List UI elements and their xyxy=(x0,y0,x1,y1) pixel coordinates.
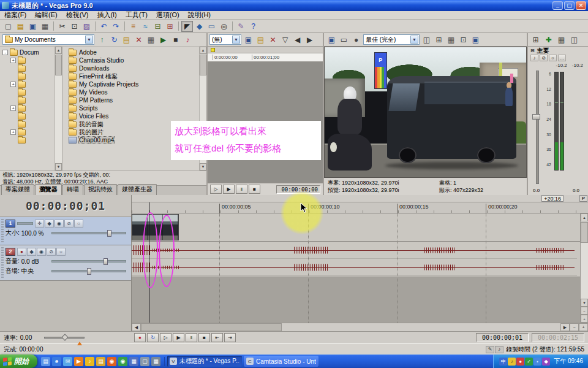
zoom-in-time-icon[interactable]: + xyxy=(579,323,588,331)
mute-icon[interactable]: ⊘ xyxy=(47,248,56,256)
trimmer-marker-icon[interactable] xyxy=(211,48,215,52)
expand-icon[interactable]: + xyxy=(10,105,16,111)
taskbar-clock[interactable]: 下午 09:46 xyxy=(554,357,583,366)
menu-item[interactable]: 說明(H) xyxy=(184,10,215,20)
rate-thumb[interactable] xyxy=(61,334,68,340)
dock-tab[interactable]: 轉場 xyxy=(62,184,83,195)
network-icon[interactable]: ▪ xyxy=(533,358,541,366)
scroll-up-icon[interactable]: ▲ xyxy=(581,213,588,221)
up-one-level-icon[interactable]: ↑ xyxy=(96,34,108,45)
pan-slider[interactable] xyxy=(51,270,126,272)
start-preview-icon[interactable]: ▶ xyxy=(157,34,169,45)
expand-icon[interactable]: + xyxy=(10,58,16,63)
record-button[interactable]: ● xyxy=(134,333,146,342)
folder-item[interactable]: Camtasia Studio xyxy=(69,56,199,64)
notepad-icon[interactable]: ▢ xyxy=(140,357,149,366)
lock-envelopes-icon[interactable]: ⊟ xyxy=(152,21,164,32)
volume-icon[interactable]: ♪ xyxy=(508,358,516,366)
add-media-marker-icon[interactable]: ▽ xyxy=(279,34,291,45)
collapse-icon[interactable]: ⊟ xyxy=(530,48,535,53)
scheduler-icon[interactable]: ◆ xyxy=(542,358,550,366)
track-number[interactable]: 1 xyxy=(6,220,15,228)
play-from-start-button[interactable]: ▷ xyxy=(210,185,222,194)
tree-folder-item[interactable]: + xyxy=(2,128,55,136)
trimmer-marker-bar[interactable] xyxy=(208,47,323,53)
copy-snapshot-icon[interactable]: ⊡ xyxy=(458,34,469,45)
new-project-icon[interactable]: ▢ xyxy=(2,21,14,32)
ime-language-icon[interactable]: 中 xyxy=(499,358,507,366)
solo-icon[interactable]: ○ xyxy=(74,220,83,228)
master-bus-header[interactable]: ⊟ 主要 xyxy=(528,47,588,55)
taskbar-task-button[interactable]: CCamtasia Studio - Unti... xyxy=(244,356,318,367)
scroll-thumb[interactable] xyxy=(200,55,206,75)
selection-start-timecode[interactable]: 00:00:00;01 xyxy=(476,333,529,342)
play-button[interactable]: ▶ xyxy=(173,333,184,342)
dock-tab[interactable]: 專案媒體 xyxy=(1,184,34,195)
external-monitor-icon[interactable]: ▭ xyxy=(338,34,350,45)
delete-icon[interactable]: ✕ xyxy=(133,34,145,45)
video-track-header[interactable]: 1 ✛◆◉⊘○ 大小: 100.0 % xyxy=(0,217,131,245)
tree-folder-item[interactable]: + xyxy=(2,80,55,88)
bus-fx-icon[interactable]: … xyxy=(558,55,566,61)
scroll-thumb[interactable] xyxy=(55,55,62,75)
trimmer-history-dropdown[interactable]: (無) ▼ xyxy=(209,34,241,45)
winamp-icon[interactable]: ♪ xyxy=(85,357,94,366)
mute-icon[interactable]: ⊘ xyxy=(64,220,74,228)
bus-mute-icon[interactable]: ⊘ xyxy=(540,55,548,61)
insert-assignable-fx-icon[interactable]: ✚ xyxy=(543,34,554,45)
new-folder-icon[interactable]: ▤ xyxy=(121,34,132,45)
master-fader[interactable] xyxy=(532,69,541,188)
tree-folder-item[interactable]: + xyxy=(2,56,55,64)
menu-item[interactable]: 檢視(V) xyxy=(62,10,93,20)
address-dropdown[interactable]: My Documents ▼ xyxy=(2,34,94,45)
zoom-in-track-icon[interactable]: + xyxy=(581,315,588,323)
folder-item[interactable]: PM Patterns xyxy=(69,96,199,104)
folder-item[interactable]: Downloads xyxy=(69,64,199,72)
dock-tab[interactable]: 視訊特效 xyxy=(84,184,117,195)
camtasia-recorder-icon[interactable]: ● xyxy=(516,358,524,366)
track-fx-icon[interactable]: ◆ xyxy=(45,220,54,228)
ie-icon[interactable]: e xyxy=(52,357,61,366)
tree-root-item[interactable]: -Docum xyxy=(2,48,55,56)
split-screen-view-icon[interactable]: ◫ xyxy=(421,34,432,45)
audio-event-right-channel[interactable] xyxy=(132,259,577,276)
scroll-thumb[interactable] xyxy=(581,222,588,243)
menu-item[interactable]: 插入(I) xyxy=(92,10,121,20)
tree-scrollbar[interactable]: ▲ ▼ xyxy=(55,47,62,171)
zoom-out-time-icon[interactable]: − xyxy=(570,323,579,331)
audio-event-left-channel[interactable] xyxy=(132,242,577,259)
loop-playback-button[interactable]: ↻ xyxy=(147,333,159,342)
safe-area-icon[interactable]: ▦ xyxy=(445,34,457,45)
expand-icon[interactable]: + xyxy=(10,82,16,87)
views-icon[interactable]: ▦ xyxy=(145,34,157,45)
stop-button[interactable]: ■ xyxy=(249,185,260,194)
normal-edit-tool-icon[interactable]: ◤ xyxy=(181,21,193,32)
folder-item[interactable]: Voice Files xyxy=(69,112,199,120)
scroll-down-icon[interactable]: ▼ xyxy=(200,163,206,171)
start-button[interactable]: 開始 xyxy=(0,355,37,368)
downmix-output-icon[interactable]: ◫ xyxy=(568,34,580,45)
bus-solo-icon[interactable]: ○ xyxy=(549,55,557,61)
zoom-edit-tool-icon[interactable]: ◎ xyxy=(218,21,230,32)
close-button[interactable]: ✕ xyxy=(576,1,586,10)
folder-item[interactable]: FinePrint 檔案 xyxy=(69,72,199,80)
select-left-half-icon[interactable]: ◀ xyxy=(292,34,303,45)
marker-bar[interactable]: +20;16 P xyxy=(132,195,588,202)
scroll-left-icon[interactable]: ◀ xyxy=(132,323,141,331)
menu-item[interactable]: 選項(O) xyxy=(152,10,184,20)
arm-for-record-icon[interactable]: ● xyxy=(17,248,26,256)
tree-folder-item[interactable] xyxy=(2,136,55,144)
antivirus-icon[interactable]: ✓ xyxy=(525,358,533,366)
volume-slider[interactable] xyxy=(51,260,126,263)
rate-slider[interactable] xyxy=(44,337,85,339)
cursor-position-display[interactable]: 00:00:00;01 xyxy=(0,195,131,217)
copy-icon[interactable]: ⊡ xyxy=(69,21,80,32)
restore-button[interactable]: ▢ xyxy=(564,1,575,10)
play-from-start-button[interactable]: ▷ xyxy=(160,333,172,342)
track-motion-icon[interactable]: ✛ xyxy=(35,220,44,228)
play-button[interactable]: ▶ xyxy=(223,185,235,194)
folder-item[interactable]: Adobe xyxy=(69,48,199,56)
go-to-end-button[interactable]: ⇥ xyxy=(224,333,236,342)
track-number[interactable]: 2 xyxy=(6,248,15,256)
preview-quality-dropdown[interactable]: 最佳 (完全) ▼ xyxy=(363,34,420,45)
